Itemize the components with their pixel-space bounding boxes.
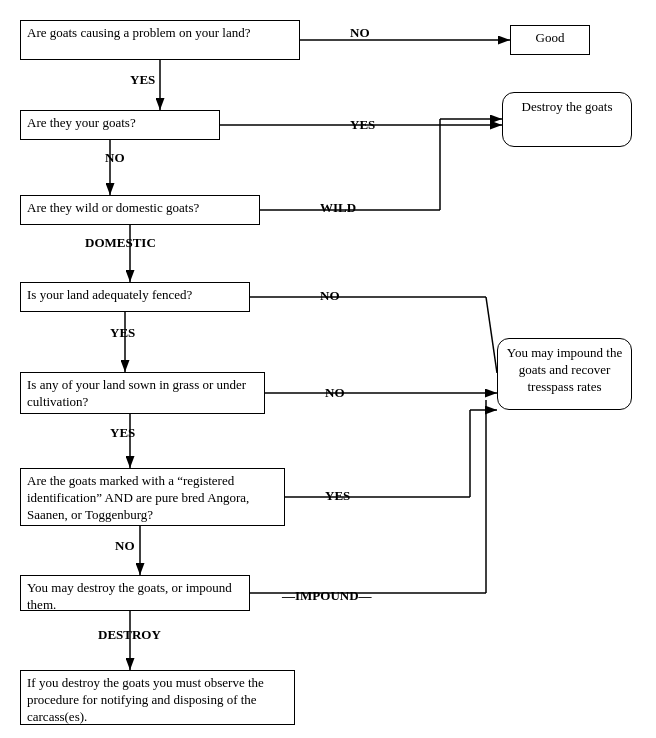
question-1: Are goats causing a problem on your land…	[20, 20, 300, 60]
question-6: Are the goats marked with a “registered …	[20, 468, 285, 526]
label-yes5: YES	[325, 488, 350, 504]
question-2: Are they your goats?	[20, 110, 220, 140]
question-5: Is any of your land sown in grass or und…	[20, 372, 265, 414]
label-impound: —IMPOUND—	[282, 588, 372, 604]
label-yes3: YES	[110, 325, 135, 341]
question-4: Is your land adequately fenced?	[20, 282, 250, 312]
question-8: If you destroy the goats you must observ…	[20, 670, 295, 725]
question-7: You may destroy the goats, or impound th…	[20, 575, 250, 611]
label-yes2: YES	[350, 117, 375, 133]
svg-line-13	[486, 297, 497, 373]
label-no1: NO	[350, 25, 370, 41]
label-no4: NO	[325, 385, 345, 401]
label-no5: NO	[115, 538, 135, 554]
label-wild: WILD	[320, 200, 356, 216]
question-3: Are they wild or domestic goats?	[20, 195, 260, 225]
flowchart: Are goats causing a problem on your land…	[10, 10, 646, 730]
label-no3: NO	[320, 288, 340, 304]
label-no2: NO	[105, 150, 125, 166]
outcome-impound: You may impound the goats and recover tr…	[497, 338, 632, 410]
outcome-destroy-goats: Destroy the goats	[502, 92, 632, 147]
outcome-good: Good	[510, 25, 590, 55]
label-domestic: DOMESTIC	[85, 235, 156, 251]
label-destroy: DESTROY	[98, 627, 161, 643]
label-yes4: YES	[110, 425, 135, 441]
label-yes1: YES	[130, 72, 155, 88]
